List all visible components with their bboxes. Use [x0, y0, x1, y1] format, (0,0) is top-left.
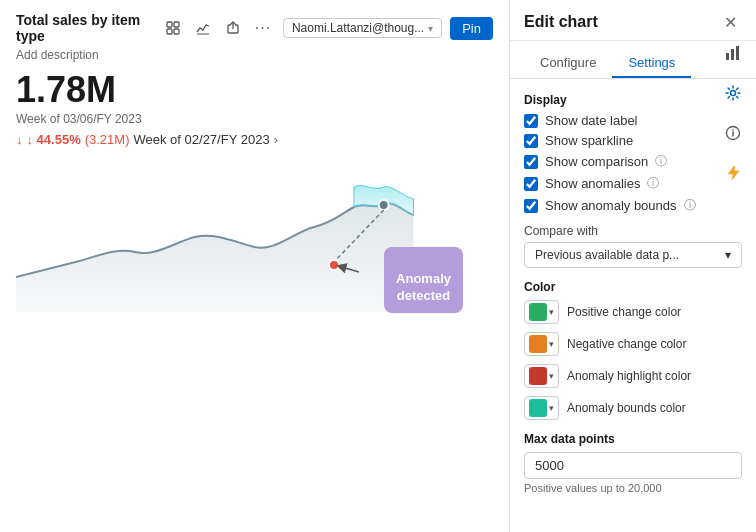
- tab-configure[interactable]: Configure: [524, 49, 612, 78]
- pin-button[interactable]: Pin: [450, 17, 493, 40]
- info-icon[interactable]: [720, 120, 746, 146]
- chart-type-icon[interactable]: [191, 16, 215, 40]
- svg-rect-11: [726, 53, 729, 60]
- anomaly-swatch-chevron: ▾: [549, 371, 554, 381]
- panel-header: Edit chart ✕: [510, 0, 756, 41]
- compare-dropdown[interactable]: Previous available data p... ▾: [524, 242, 742, 268]
- positive-swatch-color: [529, 303, 547, 321]
- current-week-label: Week of 03/06/FY 2023: [16, 112, 493, 126]
- compare-week: Week of 02/27/FY 2023: [134, 132, 270, 147]
- add-description[interactable]: Add description: [16, 48, 493, 62]
- max-points-section: Max data points Positive values up to 20…: [524, 432, 742, 494]
- svg-rect-3: [174, 29, 179, 34]
- anomaly-bounds-info-icon[interactable]: ⓘ: [684, 197, 696, 214]
- more-options-icon[interactable]: ···: [251, 16, 275, 40]
- checkbox-anomalies-input[interactable]: [524, 177, 538, 191]
- anomaly-swatch-color: [529, 367, 547, 385]
- checkbox-anomaly-bounds-input[interactable]: [524, 199, 538, 213]
- anomaly-text: Anomaly detected: [396, 271, 451, 303]
- negative-swatch-chevron: ▾: [549, 339, 554, 349]
- close-button[interactable]: ✕: [718, 10, 742, 34]
- checkbox-date-text: Show date label: [545, 113, 638, 128]
- checkbox-show-comparison: Show comparison ⓘ: [524, 153, 742, 170]
- compare-with-label: Compare with: [524, 224, 742, 238]
- svg-rect-12: [731, 49, 734, 60]
- color-section: Color ▾ Positive change color ▾ Negative…: [524, 280, 742, 420]
- positive-color-desc: Positive change color: [567, 305, 681, 319]
- tab-settings[interactable]: Settings: [612, 49, 691, 78]
- anomaly-callout: Anomaly detected: [384, 247, 463, 314]
- change-chevron: ›: [274, 132, 278, 147]
- user-tag[interactable]: Naomi.Lattanzi@thoug... ▾: [283, 18, 442, 38]
- display-section-label: Display: [524, 93, 742, 107]
- right-panel: Edit chart ✕: [510, 0, 756, 532]
- change-val: (3.21M): [85, 132, 130, 147]
- bolt-icon[interactable]: [720, 160, 746, 186]
- checkbox-anomalies-text: Show anomalies: [545, 176, 640, 191]
- svg-point-8: [329, 260, 339, 270]
- checkbox-comparison-input[interactable]: [524, 155, 538, 169]
- chart-icon[interactable]: [720, 40, 746, 66]
- anomaly-color-swatch[interactable]: ▾: [524, 364, 559, 388]
- checkbox-show-date-label: Show date label: [524, 113, 742, 128]
- panel-title: Edit chart: [524, 13, 598, 31]
- checkbox-sparkline-input[interactable]: [524, 134, 538, 148]
- max-points-hint: Positive values up to 20,000: [524, 482, 742, 494]
- checkbox-sparkline-text: Show sparkline: [545, 133, 633, 148]
- checkbox-show-anomalies: Show anomalies ⓘ: [524, 175, 742, 192]
- table-icon[interactable]: [161, 16, 185, 40]
- chart-area: Anomaly detected: [16, 157, 493, 312]
- checkbox-show-sparkline: Show sparkline: [524, 133, 742, 148]
- negative-swatch-color: [529, 335, 547, 353]
- checkbox-date-input[interactable]: [524, 114, 538, 128]
- bounds-color-swatch[interactable]: ▾: [524, 396, 559, 420]
- positive-color-swatch[interactable]: ▾: [524, 300, 559, 324]
- max-points-input[interactable]: [524, 452, 742, 479]
- compare-dropdown-chevron: ▾: [725, 248, 731, 262]
- side-icons: [720, 40, 746, 186]
- big-number: 1.78M: [16, 70, 493, 110]
- color-row-negative: ▾ Negative change color: [524, 332, 742, 356]
- color-row-positive: ▾ Positive change color: [524, 300, 742, 324]
- svg-point-17: [732, 129, 734, 131]
- svg-rect-1: [174, 22, 179, 27]
- bounds-swatch-chevron: ▾: [549, 403, 554, 413]
- top-bar-icons: ···: [161, 16, 275, 40]
- svg-point-6: [379, 200, 389, 210]
- chart-title: Total sales by item type: [16, 12, 149, 44]
- comparison-info-icon[interactable]: ⓘ: [655, 153, 667, 170]
- negative-color-swatch[interactable]: ▾: [524, 332, 559, 356]
- top-bar: Total sales by item type: [16, 12, 493, 44]
- compare-section: Compare with Previous available data p..…: [524, 224, 742, 268]
- color-row-anomaly: ▾ Anomaly highlight color: [524, 364, 742, 388]
- negative-color-desc: Negative change color: [567, 337, 686, 351]
- color-row-bounds: ▾ Anomaly bounds color: [524, 396, 742, 420]
- svg-rect-13: [736, 46, 739, 60]
- user-tag-text: Naomi.Lattanzi@thoug...: [292, 21, 424, 35]
- left-panel: Total sales by item type: [0, 0, 510, 532]
- share-icon[interactable]: [221, 16, 245, 40]
- change-pct: ↓ 44.55%: [27, 132, 81, 147]
- anomaly-color-desc: Anomaly highlight color: [567, 369, 691, 383]
- change-row[interactable]: ↓ ↓ 44.55% (3.21M) Week of 02/27/FY 2023…: [16, 132, 493, 147]
- svg-rect-2: [167, 29, 172, 34]
- checkbox-anomaly-bounds-text: Show anomaly bounds: [545, 198, 677, 213]
- checkbox-comparison-text: Show comparison: [545, 154, 648, 169]
- max-points-label: Max data points: [524, 432, 742, 446]
- positive-swatch-chevron: ▾: [549, 307, 554, 317]
- bounds-color-desc: Anomaly bounds color: [567, 401, 686, 415]
- compare-dropdown-value: Previous available data p...: [535, 248, 679, 262]
- bounds-swatch-color: [529, 399, 547, 417]
- svg-rect-0: [167, 22, 172, 27]
- checkbox-show-anomaly-bounds: Show anomaly bounds ⓘ: [524, 197, 742, 214]
- color-section-label: Color: [524, 280, 742, 294]
- change-arrow: ↓: [16, 132, 23, 147]
- user-tag-chevron: ▾: [428, 23, 433, 34]
- anomalies-info-icon[interactable]: ⓘ: [647, 175, 659, 192]
- settings-cog-icon[interactable]: [720, 80, 746, 106]
- svg-point-14: [731, 91, 736, 96]
